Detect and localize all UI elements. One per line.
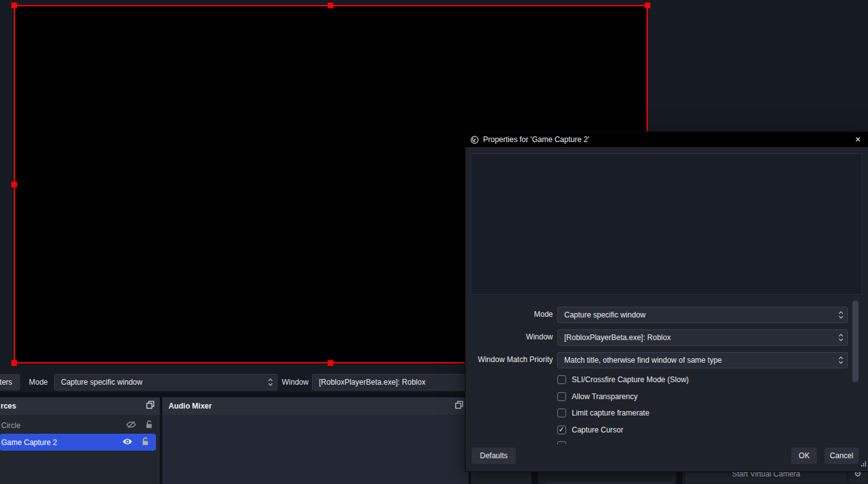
- cancel-button[interactable]: Cancel: [825, 448, 859, 464]
- allow-transparency-checkbox[interactable]: [557, 392, 566, 401]
- partially-visible-checkbox[interactable]: [557, 441, 566, 444]
- selection-handle-bottom-center[interactable]: [328, 360, 333, 366]
- partial-button[interactable]: [545, 481, 674, 484]
- mode-select-value: Capture specific window: [55, 378, 264, 387]
- window-match-priority-label: Window Match Priority: [465, 352, 553, 367]
- limit-framerate-checkbox[interactable]: [557, 409, 566, 417]
- window-field-row: Window [RobloxPlayerBeta.exe]: Roblox: [465, 329, 868, 344]
- source-row-circle[interactable]: Circle: [0, 417, 160, 434]
- limit-framerate-label: Limit capture framerate: [572, 409, 649, 417]
- mode-field-select[interactable]: Capture specific window: [557, 307, 848, 323]
- source-label: Game Capture 2: [0, 438, 57, 447]
- dialog-scrollbar-thumb[interactable]: [852, 300, 859, 382]
- resize-grip-icon[interactable]: [860, 459, 867, 470]
- filters-button[interactable]: lters: [0, 374, 20, 390]
- properties-dialog: Properties for 'Game Capture 2' ✕ Mode C…: [465, 132, 868, 471]
- popout-dock-icon[interactable]: [146, 400, 155, 412]
- capture-cursor-checkbox[interactable]: [557, 426, 566, 434]
- unlock-icon[interactable]: [145, 420, 153, 431]
- mode-field-row: Mode Capture specific window: [465, 307, 868, 322]
- selection-handle-top-left[interactable]: [11, 3, 17, 8]
- audio-mixer-header[interactable]: Audio Mixer: [162, 397, 469, 415]
- selection-handle-bottom-left[interactable]: [11, 360, 17, 366]
- sources-dock-title: rces: [0, 402, 16, 410]
- spinner-arrows-icon[interactable]: [264, 375, 277, 390]
- popout-dock-icon[interactable]: [455, 400, 464, 412]
- obs-main-window: lters Mode Capture specific window Windo…: [0, 0, 868, 484]
- sli-crossfire-checkbox[interactable]: [557, 375, 566, 384]
- close-icon[interactable]: ✕: [855, 135, 861, 144]
- sources-dock-header[interactable]: rces: [0, 397, 160, 415]
- obs-logo-icon: [470, 136, 479, 144]
- limit-framerate-checkbox-row[interactable]: Limit capture framerate: [557, 408, 649, 417]
- selection-handle-middle-left[interactable]: [11, 182, 17, 187]
- dialog-title: Properties for 'Game Capture 2': [483, 135, 589, 144]
- window-match-priority-row: Window Match Priority Match title, other…: [465, 352, 868, 367]
- dialog-titlebar[interactable]: Properties for 'Game Capture 2' ✕: [465, 132, 868, 147]
- sources-dock: rces Circle: [0, 397, 160, 484]
- selection-handle-top-center[interactable]: [328, 3, 333, 8]
- window-match-priority-value: Match title, otherwise find window of sa…: [558, 356, 835, 365]
- mode-label: Mode: [29, 374, 48, 390]
- ok-button[interactable]: OK: [791, 448, 817, 464]
- spinner-arrows-icon[interactable]: [835, 353, 847, 368]
- window-match-priority-select[interactable]: Match title, otherwise find window of sa…: [557, 352, 848, 368]
- dialog-source-preview: [470, 153, 862, 295]
- defaults-button[interactable]: Defaults: [472, 448, 516, 464]
- sli-crossfire-checkbox-row[interactable]: SLI/Crossfire Capture Mode (Slow): [557, 375, 689, 384]
- spinner-arrows-icon[interactable]: [835, 330, 847, 345]
- unlock-icon[interactable]: [141, 437, 150, 448]
- eye-icon[interactable]: [122, 437, 133, 448]
- allow-transparency-checkbox-row[interactable]: Allow Transparency: [557, 392, 638, 401]
- mode-select[interactable]: Capture specific window: [54, 374, 277, 390]
- audio-mixer-dock: Audio Mixer: [162, 397, 469, 484]
- window-label: Window: [282, 374, 309, 390]
- allow-transparency-label: Allow Transparency: [572, 392, 638, 401]
- window-field-value: [RobloxPlayerBeta.exe]: Roblox: [558, 333, 835, 342]
- source-label: Circle: [0, 421, 21, 430]
- mode-field-label: Mode: [465, 307, 553, 322]
- eye-slash-icon[interactable]: [126, 421, 136, 431]
- window-field-label: Window: [465, 329, 553, 344]
- source-row-game-capture-2[interactable]: Game Capture 2: [0, 434, 156, 451]
- spinner-arrows-icon[interactable]: [835, 307, 847, 322]
- capture-cursor-checkbox-row[interactable]: Capture Cursor: [557, 425, 623, 434]
- selection-handle-top-right[interactable]: [645, 3, 650, 8]
- audio-mixer-title: Audio Mixer: [162, 402, 212, 410]
- mode-field-value: Capture specific window: [558, 311, 835, 319]
- capture-cursor-label: Capture Cursor: [572, 426, 623, 434]
- window-field-select[interactable]: [RobloxPlayerBeta.exe]: Roblox: [557, 329, 848, 346]
- sli-crossfire-label: SLI/Crossfire Capture Mode (Slow): [572, 375, 689, 384]
